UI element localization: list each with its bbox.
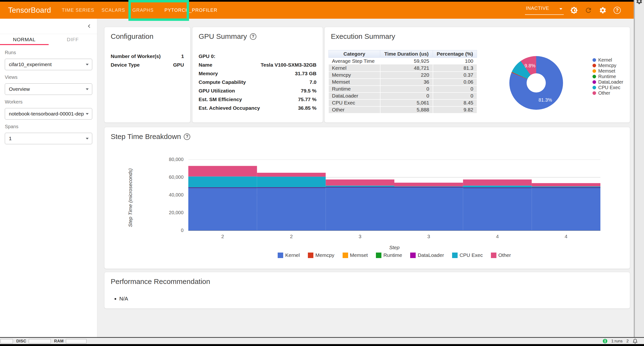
help-icon[interactable]: ? (184, 134, 190, 140)
gpu-value: 7.0 (310, 78, 316, 86)
config-label: Device Type (111, 60, 140, 69)
donut-chart: 81.3% 9.8% (509, 56, 563, 110)
main-content: Configuration Number of Worker(s) 1 Devi… (97, 19, 634, 337)
y-tick-label: 60,000 (155, 174, 184, 180)
x-tick-label: 4 (565, 234, 568, 239)
value-cell: 59,925 (380, 58, 433, 65)
tab-normal[interactable]: NORMAL (0, 34, 49, 45)
gpu-row: Memory31.73 GB (198, 69, 316, 78)
help-icon: ? (614, 7, 621, 14)
bar-segment-other (463, 180, 532, 186)
execution-summary-title: Execution Summary (331, 32, 395, 40)
category-cell: Memcpy (329, 72, 380, 78)
tab-time-series[interactable]: TIME SERIES (58, 8, 98, 13)
runs-select-value: cifar10_experiment (9, 62, 84, 67)
spans-label: Spans (5, 124, 92, 130)
config-row: Device Type GPU (111, 60, 184, 69)
stacked-bar-chart (188, 160, 600, 231)
bar-segment-kernel (463, 188, 532, 230)
legend-label: CPU Exec (460, 252, 483, 258)
tensorboard-screen: TensorBoard TIME SERIES SCALARS GRAPHS P… (0, 0, 644, 346)
execution-summary-table: CategoryTime Duration (us)Percentage (%)… (328, 50, 477, 114)
value-cell: 0 (433, 86, 477, 92)
settings-button[interactable] (599, 6, 607, 14)
legend-label: Other (498, 252, 511, 258)
runs-count-text: 1:runs (611, 339, 622, 344)
views-field: Views Overview (5, 74, 92, 95)
brightness-icon (570, 6, 578, 14)
spans-select[interactable]: 1 (5, 133, 92, 144)
legend-item: Memcpy (308, 252, 334, 258)
top-navbar: TensorBoard TIME SERIES SCALARS GRAPHS P… (0, 2, 634, 19)
bar-divider (326, 187, 394, 188)
table-row: CPU Exec5,0618.45 (329, 100, 477, 106)
gpu-value: 36.85 % (298, 104, 316, 112)
bell-icon[interactable] (632, 338, 638, 344)
bar-divider (257, 187, 326, 188)
legend-item: Other (491, 252, 511, 258)
gpu-label: Name (198, 60, 212, 69)
gpu-row: Est. Achieved Occupancy36.85 % (198, 104, 316, 112)
step-chart-legend: KernelMemcpyMemsetRuntimeDataLoaderCPU E… (188, 252, 600, 258)
tab-diff[interactable]: DIFF (49, 34, 97, 45)
category-cell: Runtime (329, 86, 380, 92)
bar-segment-other (532, 183, 600, 186)
table-row: Memcpy2200.37 (329, 72, 477, 78)
legend-label: Memcpy (315, 252, 334, 258)
tab-scalars[interactable]: SCALARS (98, 8, 129, 13)
spans-select-value: 1 (9, 136, 84, 141)
legend-item: Kernel (278, 252, 300, 258)
help-button[interactable]: ? (613, 6, 621, 14)
configuration-rows: Number of Worker(s) 1 Device Type GPU (111, 52, 184, 69)
gpu-row: Est. SM Efficiency75.77 % (198, 95, 316, 104)
table-row: Kernel48,72181.3 (329, 65, 477, 72)
bar-segment-cpu-exec (532, 186, 600, 188)
legend-item: DataLoader (410, 252, 444, 258)
views-select[interactable]: Overview (5, 84, 92, 95)
meter-box (0, 339, 13, 343)
y-tick-label: 40,000 (155, 192, 184, 198)
legend-swatch (410, 252, 416, 258)
legend-dot (592, 86, 596, 90)
y-axis-title: Step Time (microseconds) (128, 157, 133, 238)
execution-donut-chart: 81.3% 9.8% (509, 56, 563, 110)
legend-label: DataLoader (418, 252, 444, 258)
help-icon[interactable]: ? (250, 33, 256, 40)
legend-dot (592, 75, 596, 78)
step-time-breakdown-title: Step Time Breakdown ? (111, 132, 190, 141)
runs-field: Runs cifar10_experiment (5, 50, 92, 70)
legend-label: Kernel (598, 57, 612, 63)
config-value: GPU (173, 60, 184, 69)
tab-pytorch-profiler[interactable]: PYTORCH_PROFILER (157, 8, 224, 13)
legend-swatch (342, 252, 348, 258)
legend-swatch (278, 252, 283, 258)
x-tick-label: 2 (221, 234, 224, 239)
config-row: Number of Worker(s) 1 (111, 52, 184, 60)
scrollbar-track[interactable] (634, 0, 644, 337)
run-status-select[interactable]: INACTIVE (525, 6, 564, 15)
sidebar-collapse-button[interactable] (85, 22, 93, 30)
bar-divider (188, 188, 257, 188)
legend-swatch (308, 252, 314, 258)
legend-dot (592, 91, 596, 95)
value-cell: 220 (380, 72, 433, 78)
value-cell: 0.06 (433, 78, 477, 86)
donut-legend: KernelMemcpyMemsetRuntimeDataLoaderCPU E… (592, 57, 624, 96)
column-header: Percentage (%) (433, 50, 477, 58)
workers-select[interactable]: notebook-tensorboard-00001-deplo... (5, 108, 92, 120)
legend-label: Memset (350, 252, 368, 258)
runs-select[interactable]: cifar10_experiment (5, 59, 92, 70)
reload-button[interactable] (584, 6, 592, 14)
tab-graphs[interactable]: GRAPHS (129, 8, 157, 13)
configuration-card: Configuration Number of Worker(s) 1 Devi… (104, 27, 190, 123)
bar-segment-kernel (532, 188, 600, 230)
gpu-row: NameTesla V100-SXM3-32GB (198, 60, 316, 69)
gpu-summary-card: GPU Summary ? GPU 0: NameTesla V100-SXM3… (192, 27, 323, 123)
config-label: Number of Worker(s) (111, 52, 160, 60)
column-header: Time Duration (us) (380, 50, 433, 58)
bar-segment-other (394, 182, 463, 186)
legend-label: DataLoader (598, 79, 624, 85)
dark-mode-toggle-button[interactable] (570, 6, 578, 14)
legend-swatch (452, 252, 458, 258)
table-row: DataLoader00 (329, 92, 477, 100)
